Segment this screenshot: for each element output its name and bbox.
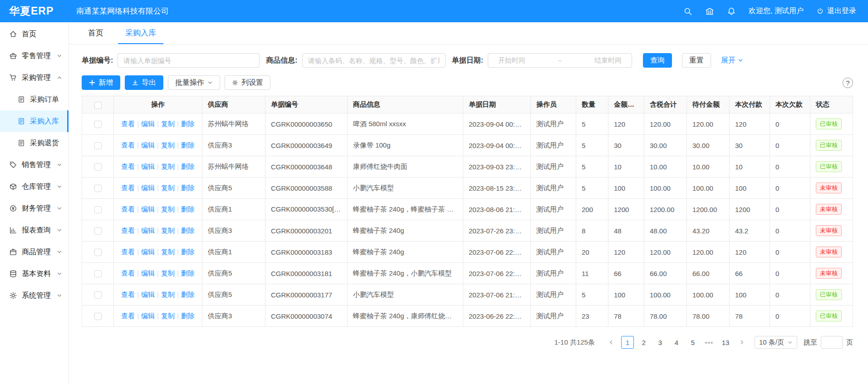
row-action-view[interactable]: 查看 (121, 184, 135, 192)
page-button-4[interactable]: 4 (670, 336, 683, 349)
row-action-copy[interactable]: 复制 (161, 227, 175, 234)
sidebar-item-report[interactable]: 报表查询 (0, 219, 69, 241)
row-action-delete[interactable]: 删除 (181, 141, 195, 149)
row-action-edit[interactable]: 编辑 (141, 120, 155, 128)
row-action-edit[interactable]: 编辑 (141, 163, 155, 170)
page-button-13[interactable]: 13 (719, 336, 732, 349)
row-action-copy[interactable]: 复制 (161, 312, 175, 320)
sidebar-item-purchase-order[interactable]: 采购订单 (0, 89, 69, 110)
sidebar-item-warehouse[interactable]: 仓库管理 (0, 176, 69, 197)
page-button-1[interactable]: 1 (621, 336, 634, 349)
status-cell: 已审核 (810, 135, 853, 156)
row-action-copy[interactable]: 复制 (161, 269, 175, 277)
debt-cell: 0 (770, 114, 810, 135)
page-button-2[interactable]: 2 (638, 336, 650, 349)
help-icon[interactable]: ? (843, 78, 853, 88)
row-action-view[interactable]: 查看 (121, 291, 135, 298)
logout-button[interactable]: 退出登录 (816, 6, 856, 16)
row-action-edit[interactable]: 编辑 (141, 312, 155, 320)
row-checkbox[interactable] (94, 313, 102, 320)
row-checkbox[interactable] (94, 142, 102, 149)
sidebar-item-system[interactable]: 系统管理 (0, 285, 69, 306)
action-divider: | (177, 291, 179, 298)
page-button-3[interactable]: 3 (654, 336, 667, 349)
bill-no-input[interactable] (118, 53, 260, 68)
sidebar-item-sale[interactable]: 销售管理 (0, 154, 69, 176)
search-button[interactable]: 查询 (643, 53, 672, 68)
sidebar-item-goods[interactable]: 商品管理 (0, 241, 69, 263)
row-action-edit[interactable]: 编辑 (141, 291, 155, 298)
row-action-delete[interactable]: 删除 (181, 205, 195, 213)
row-action-delete[interactable]: 删除 (181, 227, 195, 234)
paid-cell: 43.2 (730, 220, 770, 242)
row-checkbox[interactable] (94, 270, 102, 277)
row-action-view[interactable]: 查看 (121, 141, 135, 149)
welcome-user[interactable]: 欢迎您, 测试用户 (749, 6, 804, 16)
sidebar-item-purchase-in[interactable]: 采购入库 (0, 110, 69, 132)
row-action-delete[interactable]: 删除 (181, 248, 195, 256)
row-checkbox[interactable] (94, 227, 102, 235)
date-range-picker[interactable]: 开始时间 ~ 结束时间 (488, 53, 632, 68)
row-action-delete[interactable]: 删除 (181, 184, 195, 192)
row-checkbox[interactable] (94, 206, 102, 213)
row-action-delete[interactable]: 删除 (181, 312, 195, 320)
search-icon[interactable] (683, 7, 692, 16)
row-action-view[interactable]: 查看 (121, 205, 135, 213)
select-all-checkbox[interactable] (94, 102, 102, 109)
row-checkbox[interactable] (94, 163, 102, 171)
action-divider: | (157, 184, 159, 192)
row-action-view[interactable]: 查看 (121, 120, 135, 128)
row-action-view[interactable]: 查看 (121, 248, 135, 256)
batch-actions-button[interactable]: 批量操作 (168, 75, 220, 90)
bank-icon[interactable] (705, 7, 714, 16)
sidebar-item-basic[interactable]: 基本资料 (0, 263, 69, 285)
row-action-delete[interactable]: 删除 (181, 163, 195, 170)
row-checkbox[interactable] (94, 185, 102, 192)
sidebar-item-finance[interactable]: 财务管理 (0, 197, 69, 219)
row-action-copy[interactable]: 复制 (161, 291, 175, 298)
status-cell: 未审核 (810, 199, 853, 220)
goods-icon (9, 248, 17, 256)
next-page-button[interactable] (736, 336, 748, 349)
sidebar-item-home[interactable]: 首页 (0, 23, 69, 45)
row-action-view[interactable]: 查看 (121, 227, 135, 234)
prev-page-button[interactable] (605, 336, 618, 349)
row-checkbox[interactable] (94, 249, 102, 256)
reset-button[interactable]: 重置 (682, 53, 711, 68)
material-input[interactable] (302, 53, 446, 68)
jump-to-input[interactable] (821, 336, 843, 349)
row-checkbox[interactable] (94, 291, 102, 299)
row-checkbox[interactable] (94, 121, 102, 128)
sidebar-item-retail[interactable]: 零售管理 (0, 45, 69, 67)
row-action-copy[interactable]: 复制 (161, 163, 175, 170)
export-button[interactable]: 导出 (125, 75, 163, 90)
row-action-copy[interactable]: 复制 (161, 248, 175, 256)
row-action-edit[interactable]: 编辑 (141, 205, 155, 213)
row-action-view[interactable]: 查看 (121, 269, 135, 277)
page-size-select[interactable]: 10 条/页 (755, 336, 797, 349)
add-button[interactable]: 新增 (82, 75, 120, 90)
tab-home[interactable]: 首页 (81, 22, 111, 44)
row-action-edit[interactable]: 编辑 (141, 141, 155, 149)
row-action-delete[interactable]: 删除 (181, 120, 195, 128)
row-action-copy[interactable]: 复制 (161, 120, 175, 128)
row-action-copy[interactable]: 复制 (161, 205, 175, 213)
qty-cell: 5 (576, 178, 608, 199)
row-action-edit[interactable]: 编辑 (141, 248, 155, 256)
bell-icon[interactable] (727, 7, 736, 16)
row-action-view[interactable]: 查看 (121, 312, 135, 320)
row-action-edit[interactable]: 编辑 (141, 227, 155, 234)
row-action-edit[interactable]: 编辑 (141, 184, 155, 192)
sidebar-item-purchase-return[interactable]: 采购退货 (0, 132, 69, 154)
row-action-edit[interactable]: 编辑 (141, 269, 155, 277)
row-action-copy[interactable]: 复制 (161, 184, 175, 192)
row-action-view[interactable]: 查看 (121, 163, 135, 170)
row-action-delete[interactable]: 删除 (181, 269, 195, 277)
tab-purchase-in[interactable]: 采购入库 (118, 22, 163, 44)
page-button-5[interactable]: 5 (687, 336, 699, 349)
column-settings-button[interactable]: 列设置 (225, 75, 270, 90)
sidebar-item-purchase[interactable]: 采购管理 (0, 67, 69, 89)
row-action-delete[interactable]: 删除 (181, 291, 195, 298)
expand-link[interactable]: 展开 (721, 56, 743, 65)
row-action-copy[interactable]: 复制 (161, 141, 175, 149)
